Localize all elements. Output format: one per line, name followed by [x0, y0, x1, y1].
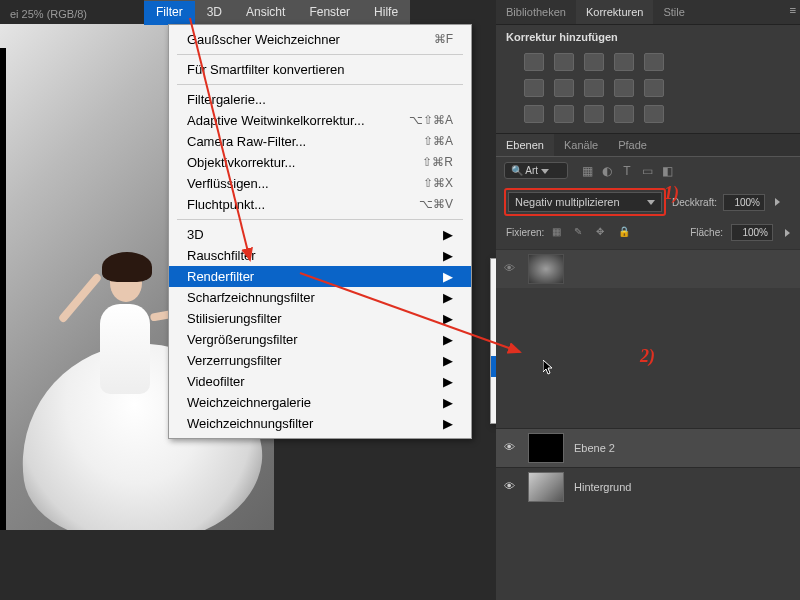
menu-item-smartfilter[interactable]: Für Smartfilter konvertieren — [169, 59, 471, 80]
lock-row: Fixieren: ▦ ✎ ✥ 🔒 Fläche: 100% — [496, 220, 800, 245]
vibrance-icon[interactable] — [644, 53, 664, 71]
tab-kanaele[interactable]: Kanäle — [554, 134, 608, 156]
korrektur-label: Korrektur hinzufügen — [496, 25, 800, 49]
blend-mode-select[interactable]: Negativ multiplizieren — [508, 192, 662, 212]
menu-sub-3d[interactable]: 3D▶ — [169, 224, 471, 245]
filter-menu-dropdown: Gaußscher Weichzeichner⌘F Für Smartfilte… — [168, 24, 472, 439]
layer-name[interactable]: Hintergrund — [574, 481, 631, 493]
selective-color-icon[interactable] — [644, 105, 664, 123]
menu-sub-video[interactable]: Videofilter▶ — [169, 371, 471, 392]
menu-sub-weichfilter[interactable]: Weichzeichnungsfilter▶ — [169, 413, 471, 434]
menu-item-weitwinkel[interactable]: Adaptive Weitwinkelkorrektur...⌥⇧⌘A — [169, 110, 471, 131]
adjustment-icons-row2 — [496, 75, 800, 101]
menu-fenster[interactable]: Fenster — [297, 1, 362, 23]
menu-item-filtergalerie[interactable]: Filtergalerie... — [169, 89, 471, 110]
layers-panel-menu-icon[interactable]: ≡ — [790, 4, 796, 16]
menu-sub-verzerr[interactable]: Verzerrungsfilter▶ — [169, 350, 471, 371]
invert-icon[interactable] — [524, 105, 544, 123]
layer-list: 👁 👁 Ebene 2 👁 Hintergrund — [496, 249, 800, 506]
menu-3d[interactable]: 3D — [195, 1, 234, 23]
menu-sub-weichgalerie[interactable]: Weichzeichnergalerie▶ — [169, 392, 471, 413]
menu-item-verfluessigen[interactable]: Verflüssigen...⇧⌘X — [169, 173, 471, 194]
menu-item-objektiv[interactable]: Objektivkorrektur...⇧⌘R — [169, 152, 471, 173]
visibility-icon[interactable]: 👁 — [504, 262, 518, 276]
fill-value[interactable]: 100% — [731, 224, 773, 241]
layer-filter-select[interactable]: 🔍 Art — [504, 162, 568, 179]
filter-type-icon[interactable]: T — [620, 164, 634, 178]
opacity-slider-icon[interactable] — [775, 198, 780, 206]
opacity-value[interactable]: 100% — [723, 194, 765, 211]
curves-icon[interactable] — [584, 53, 604, 71]
layer-thumb[interactable] — [528, 254, 564, 284]
layer-name[interactable]: Ebene 2 — [574, 442, 615, 454]
levels-icon[interactable] — [554, 53, 574, 71]
lock-transparency-icon[interactable]: ▦ — [552, 226, 566, 240]
tab-pfade[interactable]: Pfade — [608, 134, 657, 156]
adjustment-icons-row1 — [496, 49, 800, 75]
brightness-icon[interactable] — [524, 53, 544, 71]
menu-filter[interactable]: Filter — [144, 1, 195, 23]
menubar: Filter 3D Ansicht Fenster Hilfe — [144, 0, 410, 24]
annotation-1: 1) — [664, 183, 679, 204]
exposure-icon[interactable] — [614, 53, 634, 71]
layer-row-hintergrund[interactable]: 👁 Hintergrund — [496, 467, 800, 506]
menu-item-fluchtpunkt[interactable]: Fluchtpunkt...⌥⌘V — [169, 194, 471, 215]
filter-shape-icon[interactable]: ▭ — [640, 164, 654, 178]
layer-filter-row: 🔍 Art ▦ ◐ T ▭ ◧ — [496, 157, 800, 184]
menu-sub-render[interactable]: Renderfilter▶ — [169, 266, 471, 287]
layer-thumb[interactable] — [528, 433, 564, 463]
posterize-icon[interactable] — [554, 105, 574, 123]
tab-stile[interactable]: Stile — [653, 0, 694, 24]
hue-icon[interactable] — [524, 79, 544, 97]
layer-row-top[interactable]: 👁 — [496, 249, 800, 288]
filter-smart-icon[interactable]: ◧ — [660, 164, 674, 178]
tab-ebenen[interactable]: Ebenen — [496, 134, 554, 156]
menu-sub-scharf[interactable]: Scharfzeichnungsfilter▶ — [169, 287, 471, 308]
photo-filter-icon[interactable] — [584, 79, 604, 97]
blend-mode-row: Negativ multiplizieren Deckkraft: 100% — [496, 184, 800, 220]
adjustments-tabs: Bibliotheken Korrekturen Stile ≡ — [496, 0, 800, 25]
fixieren-label: Fixieren: — [506, 227, 544, 238]
tab-korrekturen[interactable]: Korrekturen — [576, 0, 653, 24]
bw-icon[interactable] — [554, 79, 574, 97]
layer-thumb[interactable] — [528, 472, 564, 502]
layers-panel-tabs: Ebenen Kanäle Pfade ≡ — [496, 133, 800, 157]
tab-bibliotheken[interactable]: Bibliotheken — [496, 0, 576, 24]
annotation-2: 2) — [640, 346, 655, 367]
menu-hilfe[interactable]: Hilfe — [362, 1, 410, 23]
lock-pixels-icon[interactable]: ✎ — [574, 226, 588, 240]
channel-mixer-icon[interactable] — [614, 79, 634, 97]
filter-adjust-icon[interactable]: ◐ — [600, 164, 614, 178]
gradient-map-icon[interactable] — [614, 105, 634, 123]
lock-position-icon[interactable]: ✥ — [596, 226, 610, 240]
visibility-icon[interactable]: 👁 — [504, 480, 518, 494]
layer-row-ebene2[interactable]: 👁 Ebene 2 — [496, 428, 800, 467]
adjustment-icons-row3 — [496, 101, 800, 127]
menu-item-last-filter[interactable]: Gaußscher Weichzeichner⌘F — [169, 29, 471, 50]
filter-pixel-icon[interactable]: ▦ — [580, 164, 594, 178]
menu-sub-vergroesser[interactable]: Vergrößerungsfilter▶ — [169, 329, 471, 350]
menu-sub-rausch[interactable]: Rauschfilter▶ — [169, 245, 471, 266]
menu-ansicht[interactable]: Ansicht — [234, 1, 297, 23]
menu-sub-stil[interactable]: Stilisierungsfilter▶ — [169, 308, 471, 329]
color-lookup-icon[interactable] — [644, 79, 664, 97]
fill-slider-icon[interactable] — [785, 229, 790, 237]
threshold-icon[interactable] — [584, 105, 604, 123]
lock-all-icon[interactable]: 🔒 — [618, 226, 632, 240]
fill-label: Fläche: — [690, 227, 723, 238]
menu-item-camera-raw[interactable]: Camera Raw-Filter...⇧⌘A — [169, 131, 471, 152]
right-panel-area: Bibliotheken Korrekturen Stile ≡ Korrekt… — [496, 0, 800, 600]
visibility-icon[interactable]: 👁 — [504, 441, 518, 455]
